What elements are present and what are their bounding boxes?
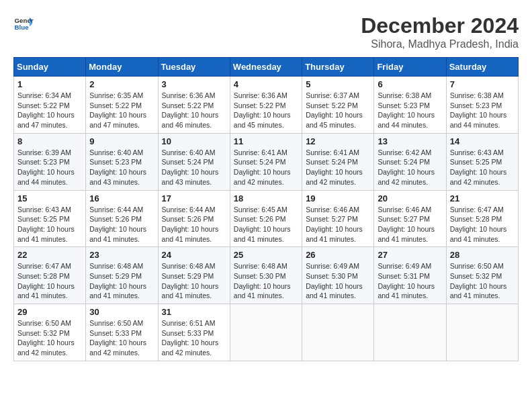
calendar-cell: 31Sunrise: 6:51 AM Sunset: 5:33 PM Dayli…: [158, 304, 230, 361]
day-number: 3: [162, 79, 226, 89]
calendar-week-row: 15Sunrise: 6:43 AM Sunset: 5:25 PM Dayli…: [14, 190, 519, 247]
day-info: Sunrise: 6:50 AM Sunset: 5:32 PM Dayligh…: [17, 318, 82, 358]
day-info: Sunrise: 6:49 AM Sunset: 5:31 PM Dayligh…: [378, 261, 442, 301]
day-info: Sunrise: 6:48 AM Sunset: 5:29 PM Dayligh…: [162, 261, 226, 301]
day-info: Sunrise: 6:46 AM Sunset: 5:27 PM Dayligh…: [378, 205, 442, 244]
calendar-cell: [374, 304, 446, 361]
day-number: 23: [89, 250, 154, 260]
day-info: Sunrise: 6:51 AM Sunset: 5:33 PM Dayligh…: [162, 318, 226, 358]
day-info: Sunrise: 6:40 AM Sunset: 5:23 PM Dayligh…: [89, 148, 154, 187]
day-number: 14: [450, 136, 515, 146]
calendar-cell: 5Sunrise: 6:37 AM Sunset: 5:22 PM Daylig…: [302, 77, 374, 134]
day-info: Sunrise: 6:44 AM Sunset: 5:26 PM Dayligh…: [89, 205, 154, 244]
day-info: Sunrise: 6:35 AM Sunset: 5:22 PM Dayligh…: [89, 91, 154, 130]
calendar-cell: 15Sunrise: 6:43 AM Sunset: 5:25 PM Dayli…: [14, 190, 86, 247]
day-info: Sunrise: 6:46 AM Sunset: 5:27 PM Dayligh…: [306, 205, 370, 244]
calendar-cell: 16Sunrise: 6:44 AM Sunset: 5:26 PM Dayli…: [86, 190, 158, 247]
day-info: Sunrise: 6:48 AM Sunset: 5:30 PM Dayligh…: [234, 261, 298, 301]
page-title: December 2024: [361, 13, 519, 38]
calendar-cell: 14Sunrise: 6:43 AM Sunset: 5:25 PM Dayli…: [446, 133, 518, 190]
day-info: Sunrise: 6:45 AM Sunset: 5:26 PM Dayligh…: [234, 205, 298, 244]
day-number: 29: [17, 307, 82, 317]
day-number: 27: [378, 250, 442, 260]
day-number: 6: [378, 79, 442, 89]
calendar-cell: [446, 304, 518, 361]
day-header-thursday: Thursday: [302, 58, 374, 77]
calendar-cell: 10Sunrise: 6:40 AM Sunset: 5:24 PM Dayli…: [158, 133, 230, 190]
day-number: 30: [89, 307, 154, 317]
day-info: Sunrise: 6:36 AM Sunset: 5:22 PM Dayligh…: [234, 91, 298, 130]
day-number: 7: [450, 79, 515, 89]
day-number: 9: [89, 136, 154, 146]
day-number: 21: [450, 193, 515, 203]
calendar-header-row: SundayMondayTuesdayWednesdayThursdayFrid…: [14, 58, 519, 77]
calendar-cell: 28Sunrise: 6:50 AM Sunset: 5:32 PM Dayli…: [446, 247, 518, 304]
day-info: Sunrise: 6:40 AM Sunset: 5:24 PM Dayligh…: [162, 148, 226, 187]
calendar-cell: 22Sunrise: 6:47 AM Sunset: 5:28 PM Dayli…: [14, 247, 86, 304]
day-number: 17: [162, 193, 226, 203]
day-number: 24: [162, 250, 226, 260]
day-info: Sunrise: 6:44 AM Sunset: 5:26 PM Dayligh…: [162, 205, 226, 244]
day-info: Sunrise: 6:42 AM Sunset: 5:24 PM Dayligh…: [378, 148, 442, 187]
calendar-cell: 11Sunrise: 6:41 AM Sunset: 5:24 PM Dayli…: [230, 133, 302, 190]
calendar-cell: 8Sunrise: 6:39 AM Sunset: 5:23 PM Daylig…: [14, 133, 86, 190]
day-info: Sunrise: 6:41 AM Sunset: 5:24 PM Dayligh…: [234, 148, 298, 187]
calendar-cell: 24Sunrise: 6:48 AM Sunset: 5:29 PM Dayli…: [158, 247, 230, 304]
day-header-wednesday: Wednesday: [230, 58, 302, 77]
day-header-friday: Friday: [374, 58, 446, 77]
day-info: Sunrise: 6:36 AM Sunset: 5:22 PM Dayligh…: [162, 91, 226, 130]
day-info: Sunrise: 6:50 AM Sunset: 5:32 PM Dayligh…: [450, 261, 515, 301]
calendar-cell: 26Sunrise: 6:49 AM Sunset: 5:30 PM Dayli…: [302, 247, 374, 304]
logo: General Blue: [13, 13, 34, 34]
day-info: Sunrise: 6:41 AM Sunset: 5:24 PM Dayligh…: [306, 148, 370, 187]
day-number: 2: [89, 79, 154, 89]
calendar-week-row: 8Sunrise: 6:39 AM Sunset: 5:23 PM Daylig…: [14, 133, 519, 190]
calendar-body: 1Sunrise: 6:34 AM Sunset: 5:22 PM Daylig…: [14, 77, 519, 361]
day-number: 4: [234, 79, 298, 89]
day-number: 13: [378, 136, 442, 146]
day-number: 12: [306, 136, 370, 146]
day-header-monday: Monday: [86, 58, 158, 77]
day-number: 10: [162, 136, 226, 146]
calendar-cell: 1Sunrise: 6:34 AM Sunset: 5:22 PM Daylig…: [14, 77, 86, 134]
day-info: Sunrise: 6:47 AM Sunset: 5:28 PM Dayligh…: [450, 205, 515, 244]
calendar-week-row: 22Sunrise: 6:47 AM Sunset: 5:28 PM Dayli…: [14, 247, 519, 304]
day-number: 31: [162, 307, 226, 317]
page-header: General Blue December 2024 Sihora, Madhy…: [13, 13, 519, 50]
day-number: 8: [17, 136, 82, 146]
calendar-week-row: 29Sunrise: 6:50 AM Sunset: 5:32 PM Dayli…: [14, 304, 519, 361]
day-number: 20: [378, 193, 442, 203]
title-area: December 2024 Sihora, Madhya Pradesh, In…: [361, 13, 519, 50]
day-info: Sunrise: 6:37 AM Sunset: 5:22 PM Dayligh…: [306, 91, 370, 130]
calendar-week-row: 1Sunrise: 6:34 AM Sunset: 5:22 PM Daylig…: [14, 77, 519, 134]
day-info: Sunrise: 6:47 AM Sunset: 5:28 PM Dayligh…: [17, 261, 82, 301]
day-number: 18: [234, 193, 298, 203]
calendar-cell: 13Sunrise: 6:42 AM Sunset: 5:24 PM Dayli…: [374, 133, 446, 190]
calendar-cell: 3Sunrise: 6:36 AM Sunset: 5:22 PM Daylig…: [158, 77, 230, 134]
day-number: 19: [306, 193, 370, 203]
day-number: 28: [450, 250, 515, 260]
calendar-cell: 17Sunrise: 6:44 AM Sunset: 5:26 PM Dayli…: [158, 190, 230, 247]
day-info: Sunrise: 6:38 AM Sunset: 5:23 PM Dayligh…: [450, 91, 515, 130]
day-header-saturday: Saturday: [446, 58, 518, 77]
calendar-cell: 4Sunrise: 6:36 AM Sunset: 5:22 PM Daylig…: [230, 77, 302, 134]
calendar-cell: 29Sunrise: 6:50 AM Sunset: 5:32 PM Dayli…: [14, 304, 86, 361]
day-number: 5: [306, 79, 370, 89]
day-info: Sunrise: 6:34 AM Sunset: 5:22 PM Dayligh…: [17, 91, 82, 130]
svg-text:Blue: Blue: [15, 24, 30, 31]
day-info: Sunrise: 6:50 AM Sunset: 5:33 PM Dayligh…: [89, 318, 154, 358]
calendar-cell: 21Sunrise: 6:47 AM Sunset: 5:28 PM Dayli…: [446, 190, 518, 247]
calendar-cell: 9Sunrise: 6:40 AM Sunset: 5:23 PM Daylig…: [86, 133, 158, 190]
calendar-cell: [302, 304, 374, 361]
day-info: Sunrise: 6:43 AM Sunset: 5:25 PM Dayligh…: [17, 205, 82, 244]
page-subtitle: Sihora, Madhya Pradesh, India: [361, 38, 519, 50]
calendar-cell: 19Sunrise: 6:46 AM Sunset: 5:27 PM Dayli…: [302, 190, 374, 247]
calendar-table: SundayMondayTuesdayWednesdayThursdayFrid…: [13, 57, 519, 361]
calendar-cell: 30Sunrise: 6:50 AM Sunset: 5:33 PM Dayli…: [86, 304, 158, 361]
day-number: 25: [234, 250, 298, 260]
day-header-tuesday: Tuesday: [158, 58, 230, 77]
calendar-cell: 12Sunrise: 6:41 AM Sunset: 5:24 PM Dayli…: [302, 133, 374, 190]
day-number: 1: [17, 79, 82, 89]
day-number: 16: [89, 193, 154, 203]
day-info: Sunrise: 6:49 AM Sunset: 5:30 PM Dayligh…: [306, 261, 370, 301]
